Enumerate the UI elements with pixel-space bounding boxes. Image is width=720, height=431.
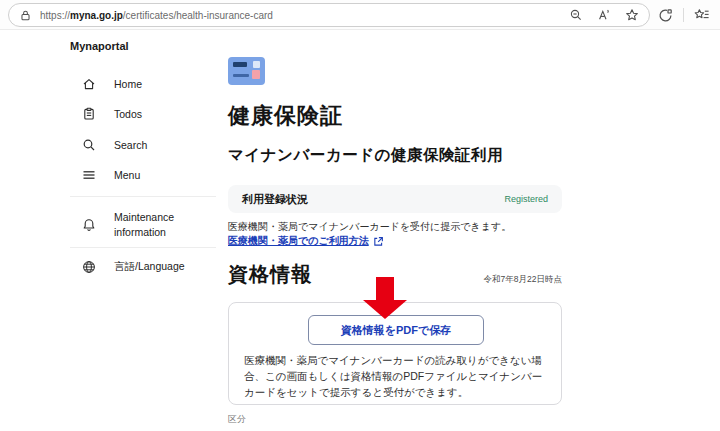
sidebar-item-home[interactable]: Home [82,77,142,91]
main-content: 健康保険証 マイナンバーカードの健康保険証利用 利用登録状況 Registere… [228,30,562,431]
url-path: /certificates/health-insurance-card [123,10,273,21]
sidebar-item-maintenance[interactable]: Maintenance information [82,210,212,240]
qualification-section-header: 資格情報 令和7年8月22日時点 [228,261,562,288]
usage-guide-link[interactable]: 医療機関・薬局でのご利用方法 [228,234,384,248]
status-label: 利用登録状況 [242,192,308,207]
sidebar-item-search[interactable]: Search [82,138,147,152]
sidebar-item-language[interactable]: 言語/Language [82,260,185,274]
health-insurance-card-icon [228,57,265,85]
browser-toolbar: https://myna.go.jp/certificates/health-i… [0,0,720,30]
registration-status-row: 利用登録状況 Registered [228,185,562,213]
read-aloud-icon[interactable] [597,8,611,22]
toolbar-divider [683,8,684,22]
bell-icon [82,218,96,233]
toolbar-actions [658,3,710,27]
usage-section-heading: マイナンバーカードの健康保険証利用 [228,145,503,166]
home-icon [82,77,96,91]
menu-icon [82,168,96,182]
sidebar-item-todos[interactable]: Todos [82,107,142,121]
qualification-card: 資格情報をPDFで保存 医療機関・薬局でマイナンバーカードの読み取りができない場… [228,302,562,405]
sidebar-divider [70,247,216,248]
sidebar-item-label: 言語/Language [114,260,185,274]
usage-description: 医療機関・薬局でマイナンバーカードを受付に提示できます。 [228,220,511,234]
search-icon [82,138,96,152]
qualification-note: 医療機関・薬局でマイナンバーカードの読み取りができない場合、この画面もしくは資格… [244,353,548,400]
sidebar-item-label: Search [114,139,147,151]
sidebar: Mynaportal Home Todos [56,30,221,431]
sidebar-item-menu[interactable]: Menu [82,168,140,182]
sidebar-divider [70,196,216,197]
address-bar[interactable]: https://myna.go.jp/certificates/health-i… [8,3,650,27]
status-badge: Registered [504,194,548,204]
sidebar-item-label: Maintenance information [114,210,206,240]
sidebar-item-label: Menu [114,169,140,181]
usage-guide-link-label: 医療機関・薬局でのご利用方法 [228,234,369,248]
url-text: https://myna.go.jp/certificates/health-i… [40,10,273,21]
todos-icon [82,107,96,121]
app-brand: Mynaportal [70,40,129,52]
zoom-out-icon[interactable] [569,8,583,22]
as-of-date: 令和7年8月22日時点 [484,274,562,286]
browser-window: https://myna.go.jp/certificates/health-i… [0,0,720,431]
extensions-icon[interactable] [658,8,673,23]
page-title: 健康保険証 [228,101,343,131]
sidebar-item-label: Todos [114,108,142,120]
url-domain: myna.go.jp [70,10,123,21]
save-pdf-button[interactable]: 資格情報をPDFで保存 [308,315,484,345]
favorites-hub-icon[interactable] [694,8,710,22]
favorite-star-icon[interactable] [625,8,639,22]
lock-icon [19,9,32,22]
qualification-heading: 資格情報 [228,263,312,285]
url-scheme: https:// [40,10,70,21]
category-label: 区分 [228,413,246,426]
sidebar-item-label: Home [114,78,142,90]
globe-icon [82,260,96,274]
external-link-icon [373,236,384,247]
